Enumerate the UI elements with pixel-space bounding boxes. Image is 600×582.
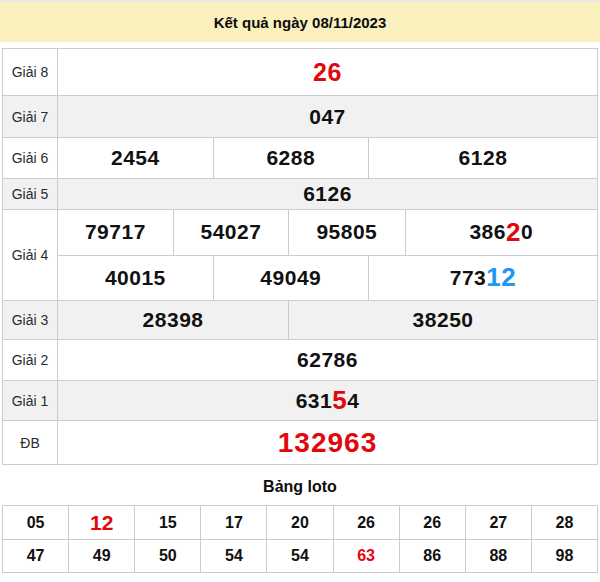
prize-number: 6128	[459, 146, 508, 170]
prize-number-highlighted: 77312	[368, 256, 597, 301]
loto-cell: 50	[134, 540, 200, 572]
loto-table-title: Bảng loto	[0, 478, 600, 496]
prize-row-giai-2: Giải 2 62786	[3, 339, 597, 380]
prize-label: Giải 8	[3, 49, 58, 95]
prize-row-giai-6: Giải 6 2454 6288 6128	[3, 137, 597, 178]
prize-row-db: ĐB 132963	[3, 420, 597, 464]
page-title: Kết quả ngày 08/11/2023	[214, 14, 387, 31]
loto-cell: 15	[134, 506, 200, 539]
highlight-digits: 5	[332, 385, 347, 416]
prize-number: 38250	[413, 308, 474, 332]
loto-cell: 26	[333, 506, 399, 539]
digits: 0	[521, 220, 533, 244]
prize-label: ĐB	[3, 421, 58, 464]
prize-number: 95805	[316, 220, 377, 244]
loto-cell: 49	[68, 540, 134, 572]
loto-cell: 98	[531, 540, 597, 572]
digits: 773	[450, 266, 487, 290]
prize-label: Giải 3	[3, 301, 58, 339]
loto-cell: 47	[3, 540, 68, 572]
loto-cell-highlighted: 63	[333, 540, 399, 572]
prize-number: 62786	[297, 348, 358, 372]
prize-label: Giải 4	[3, 210, 58, 300]
results-header: Kết quả ngày 08/11/2023	[0, 2, 600, 42]
loto-cell: 17	[200, 506, 266, 539]
loto-cell: 86	[399, 540, 465, 572]
loto-cell: 27	[465, 506, 531, 539]
prize-row-giai-5: Giải 5 6126	[3, 178, 597, 209]
prize-number: 79717	[85, 220, 146, 244]
highlight-digits: 2	[506, 217, 521, 248]
prize-number: 6288	[266, 146, 315, 170]
loto-cell: 88	[465, 540, 531, 572]
prize-number-highlighted: 38620	[405, 210, 597, 255]
jackpot-number: 132963	[278, 427, 377, 459]
prize-number: 49049	[260, 266, 321, 290]
prize-row-giai-8: Giải 8 26	[3, 49, 597, 95]
loto-cell: 28	[531, 506, 597, 539]
prize-number: 2454	[111, 146, 160, 170]
prize-number: 26	[313, 58, 342, 87]
loto-cell-highlighted: 12	[68, 506, 134, 539]
prize-label: Giải 7	[3, 96, 58, 137]
prize-number-highlighted: 63154	[58, 381, 597, 420]
prize-number: 047	[309, 105, 346, 129]
loto-cell: 54	[200, 540, 266, 572]
prize-row-giai-3: Giải 3 28398 38250	[3, 300, 597, 339]
prize-label: Giải 2	[3, 340, 58, 380]
prize-label: Giải 1	[3, 381, 58, 420]
loto-row: 05 12 15 17 20 26 26 27 28	[3, 506, 597, 539]
results-table: Giải 8 26 Giải 7 047 Giải 6 2454 6288 61…	[2, 48, 598, 465]
loto-table: 05 12 15 17 20 26 26 27 28 47 49 50 54 5…	[2, 505, 598, 573]
prize-number: 28398	[143, 308, 204, 332]
digits: 4	[347, 389, 359, 413]
prize-number: 6126	[303, 182, 352, 206]
loto-cell: 54	[266, 540, 332, 572]
loto-cell: 26	[399, 506, 465, 539]
highlight-digits: 12	[486, 262, 516, 293]
prize-number: 40015	[105, 266, 166, 290]
prize-label: Giải 5	[3, 179, 58, 209]
loto-cell: 20	[266, 506, 332, 539]
prize-label: Giải 6	[3, 138, 58, 178]
prize-row-giai-1: Giải 1 63154	[3, 380, 597, 420]
loto-row: 47 49 50 54 54 63 86 88 98	[3, 539, 597, 572]
prize-row-giai-7: Giải 7 047	[3, 95, 597, 137]
digits: 631	[296, 389, 333, 413]
prize-row-giai-4: Giải 4 79717 54027 95805 38620 40015 490…	[3, 209, 597, 300]
digits: 386	[469, 220, 506, 244]
prize-number: 54027	[201, 220, 262, 244]
loto-cell: 05	[3, 506, 68, 539]
